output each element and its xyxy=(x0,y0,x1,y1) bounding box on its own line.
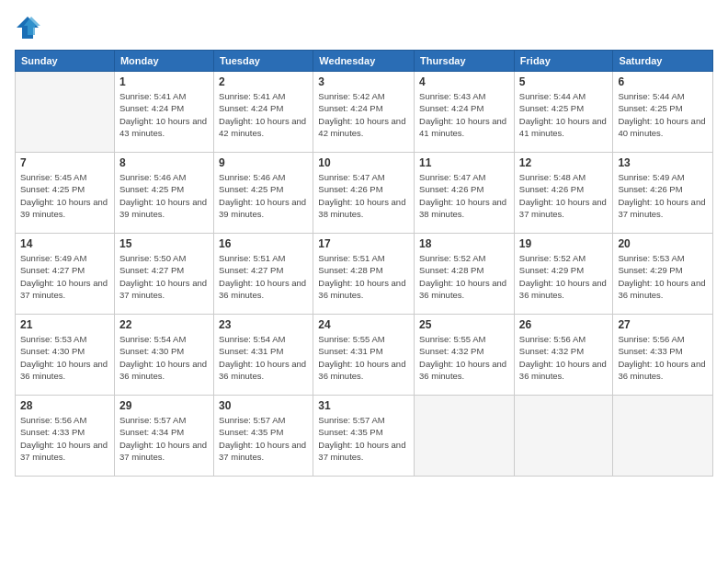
day-number: 4 xyxy=(419,75,509,88)
day-number: 7 xyxy=(20,156,109,169)
calendar-header: SundayMondayTuesdayWednesdayThursdayFrid… xyxy=(16,51,713,72)
day-detail: Sunrise: 5:53 AMSunset: 4:29 PMDaylight:… xyxy=(618,252,708,301)
day-detail: Sunrise: 5:51 AMSunset: 4:27 PMDaylight:… xyxy=(219,252,308,301)
day-number: 31 xyxy=(318,399,409,412)
day-number: 10 xyxy=(318,156,409,169)
day-detail: Sunrise: 5:53 AMSunset: 4:30 PMDaylight:… xyxy=(20,333,109,382)
day-detail: Sunrise: 5:50 AMSunset: 4:27 PMDaylight:… xyxy=(119,252,209,301)
calendar-cell: 10Sunrise: 5:47 AMSunset: 4:26 PMDayligh… xyxy=(313,153,415,234)
day-detail: Sunrise: 5:42 AMSunset: 4:24 PMDaylight:… xyxy=(318,90,409,139)
day-number: 16 xyxy=(219,237,308,250)
day-number: 14 xyxy=(20,237,109,250)
calendar-cell: 23Sunrise: 5:54 AMSunset: 4:31 PMDayligh… xyxy=(214,315,313,396)
day-number: 22 xyxy=(119,318,209,331)
day-detail: Sunrise: 5:52 AMSunset: 4:29 PMDaylight:… xyxy=(519,252,609,301)
weekday-header-thursday: Thursday xyxy=(415,51,515,72)
day-detail: Sunrise: 5:48 AMSunset: 4:26 PMDaylight:… xyxy=(519,171,609,220)
day-detail: Sunrise: 5:47 AMSunset: 4:26 PMDaylight:… xyxy=(419,171,509,220)
day-detail: Sunrise: 5:54 AMSunset: 4:30 PMDaylight:… xyxy=(119,333,209,382)
day-number: 6 xyxy=(618,75,708,88)
day-number: 19 xyxy=(519,237,609,250)
day-detail: Sunrise: 5:56 AMSunset: 4:32 PMDaylight:… xyxy=(519,333,609,382)
day-detail: Sunrise: 5:56 AMSunset: 4:33 PMDaylight:… xyxy=(20,414,109,463)
day-number: 18 xyxy=(419,237,509,250)
calendar-cell: 12Sunrise: 5:48 AMSunset: 4:26 PMDayligh… xyxy=(514,153,613,234)
weekday-header-sunday: Sunday xyxy=(16,51,115,72)
calendar-cell: 26Sunrise: 5:56 AMSunset: 4:32 PMDayligh… xyxy=(514,315,613,396)
calendar-cell: 17Sunrise: 5:51 AMSunset: 4:28 PMDayligh… xyxy=(313,234,415,315)
page: SundayMondayTuesdayWednesdayThursdayFrid… xyxy=(0,0,728,563)
day-number: 2 xyxy=(219,75,308,88)
calendar-body: 1Sunrise: 5:41 AMSunset: 4:24 PMDaylight… xyxy=(16,72,713,477)
calendar-cell: 20Sunrise: 5:53 AMSunset: 4:29 PMDayligh… xyxy=(613,234,713,315)
day-detail: Sunrise: 5:56 AMSunset: 4:33 PMDaylight:… xyxy=(618,333,708,382)
day-detail: Sunrise: 5:55 AMSunset: 4:32 PMDaylight:… xyxy=(419,333,509,382)
calendar-cell xyxy=(613,396,713,477)
calendar-cell: 22Sunrise: 5:54 AMSunset: 4:30 PMDayligh… xyxy=(114,315,213,396)
logo xyxy=(15,15,44,40)
day-number: 28 xyxy=(20,399,109,412)
day-number: 27 xyxy=(618,318,708,331)
calendar-cell: 5Sunrise: 5:44 AMSunset: 4:25 PMDaylight… xyxy=(514,72,613,153)
calendar-cell: 8Sunrise: 5:46 AMSunset: 4:25 PMDaylight… xyxy=(114,153,213,234)
calendar-cell: 11Sunrise: 5:47 AMSunset: 4:26 PMDayligh… xyxy=(415,153,515,234)
day-detail: Sunrise: 5:44 AMSunset: 4:25 PMDaylight:… xyxy=(519,90,609,139)
day-detail: Sunrise: 5:55 AMSunset: 4:31 PMDaylight:… xyxy=(318,333,409,382)
day-number: 8 xyxy=(119,156,209,169)
calendar: SundayMondayTuesdayWednesdayThursdayFrid… xyxy=(15,50,713,477)
weekday-header-saturday: Saturday xyxy=(613,51,713,72)
weekday-header-tuesday: Tuesday xyxy=(214,51,313,72)
calendar-cell xyxy=(514,396,613,477)
day-number: 24 xyxy=(318,318,409,331)
day-detail: Sunrise: 5:46 AMSunset: 4:25 PMDaylight:… xyxy=(219,171,308,220)
calendar-cell: 14Sunrise: 5:49 AMSunset: 4:27 PMDayligh… xyxy=(16,234,115,315)
day-detail: Sunrise: 5:41 AMSunset: 4:24 PMDaylight:… xyxy=(219,90,308,139)
day-detail: Sunrise: 5:41 AMSunset: 4:24 PMDaylight:… xyxy=(119,90,209,139)
calendar-cell: 19Sunrise: 5:52 AMSunset: 4:29 PMDayligh… xyxy=(514,234,613,315)
day-detail: Sunrise: 5:49 AMSunset: 4:26 PMDaylight:… xyxy=(618,171,708,220)
day-number: 1 xyxy=(119,75,209,88)
day-detail: Sunrise: 5:54 AMSunset: 4:31 PMDaylight:… xyxy=(219,333,308,382)
day-number: 13 xyxy=(618,156,708,169)
day-number: 29 xyxy=(119,399,209,412)
day-number: 9 xyxy=(219,156,308,169)
day-number: 21 xyxy=(20,318,109,331)
weekday-header-wednesday: Wednesday xyxy=(313,51,415,72)
calendar-cell xyxy=(415,396,515,477)
day-detail: Sunrise: 5:44 AMSunset: 4:25 PMDaylight:… xyxy=(618,90,708,139)
day-detail: Sunrise: 5:45 AMSunset: 4:25 PMDaylight:… xyxy=(20,171,109,220)
calendar-cell: 25Sunrise: 5:55 AMSunset: 4:32 PMDayligh… xyxy=(415,315,515,396)
day-number: 15 xyxy=(119,237,209,250)
calendar-cell: 24Sunrise: 5:55 AMSunset: 4:31 PMDayligh… xyxy=(313,315,415,396)
weekday-row: SundayMondayTuesdayWednesdayThursdayFrid… xyxy=(16,51,713,72)
calendar-week-3: 21Sunrise: 5:53 AMSunset: 4:30 PMDayligh… xyxy=(16,315,713,396)
day-number: 30 xyxy=(219,399,308,412)
day-detail: Sunrise: 5:47 AMSunset: 4:26 PMDaylight:… xyxy=(318,171,409,220)
day-number: 20 xyxy=(618,237,708,250)
calendar-cell: 21Sunrise: 5:53 AMSunset: 4:30 PMDayligh… xyxy=(16,315,115,396)
calendar-week-2: 14Sunrise: 5:49 AMSunset: 4:27 PMDayligh… xyxy=(16,234,713,315)
day-number: 11 xyxy=(419,156,509,169)
calendar-cell: 1Sunrise: 5:41 AMSunset: 4:24 PMDaylight… xyxy=(114,72,213,153)
calendar-cell: 29Sunrise: 5:57 AMSunset: 4:34 PMDayligh… xyxy=(114,396,213,477)
day-detail: Sunrise: 5:51 AMSunset: 4:28 PMDaylight:… xyxy=(318,252,409,301)
day-detail: Sunrise: 5:52 AMSunset: 4:28 PMDaylight:… xyxy=(419,252,509,301)
calendar-cell: 3Sunrise: 5:42 AMSunset: 4:24 PMDaylight… xyxy=(313,72,415,153)
calendar-cell: 4Sunrise: 5:43 AMSunset: 4:24 PMDaylight… xyxy=(415,72,515,153)
day-number: 17 xyxy=(318,237,409,250)
calendar-cell: 16Sunrise: 5:51 AMSunset: 4:27 PMDayligh… xyxy=(214,234,313,315)
day-detail: Sunrise: 5:57 AMSunset: 4:35 PMDaylight:… xyxy=(318,414,409,463)
day-number: 26 xyxy=(519,318,609,331)
calendar-cell xyxy=(16,72,115,153)
day-number: 25 xyxy=(419,318,509,331)
day-detail: Sunrise: 5:43 AMSunset: 4:24 PMDaylight:… xyxy=(419,90,509,139)
calendar-cell: 2Sunrise: 5:41 AMSunset: 4:24 PMDaylight… xyxy=(214,72,313,153)
calendar-cell: 27Sunrise: 5:56 AMSunset: 4:33 PMDayligh… xyxy=(613,315,713,396)
day-detail: Sunrise: 5:46 AMSunset: 4:25 PMDaylight:… xyxy=(119,171,209,220)
calendar-cell: 13Sunrise: 5:49 AMSunset: 4:26 PMDayligh… xyxy=(613,153,713,234)
calendar-cell: 28Sunrise: 5:56 AMSunset: 4:33 PMDayligh… xyxy=(16,396,115,477)
day-number: 5 xyxy=(519,75,609,88)
calendar-cell: 7Sunrise: 5:45 AMSunset: 4:25 PMDaylight… xyxy=(16,153,115,234)
calendar-week-0: 1Sunrise: 5:41 AMSunset: 4:24 PMDaylight… xyxy=(16,72,713,153)
header xyxy=(15,15,713,40)
